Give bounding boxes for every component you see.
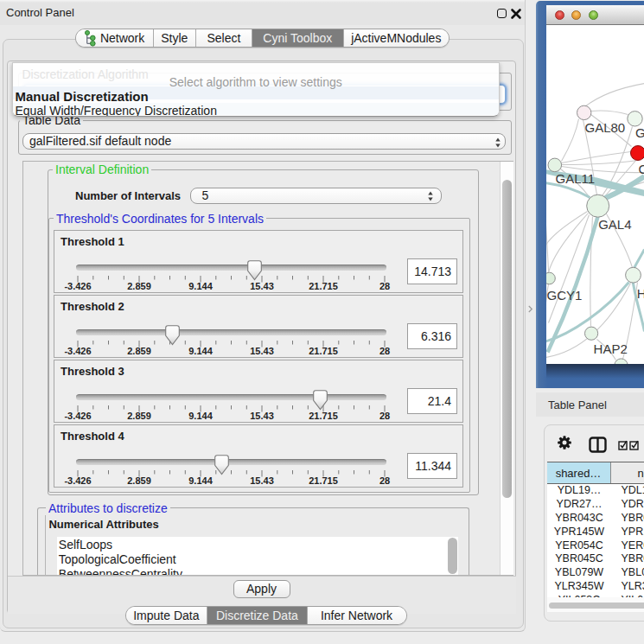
svg-text:GA: GA — [635, 124, 644, 139]
svg-text:HAP2: HAP2 — [593, 341, 627, 355]
svg-text:H: H — [636, 286, 644, 301]
svg-text:GCY1: GCY1 — [546, 287, 582, 302]
svg-text:C: C — [638, 161, 644, 175]
svg-text:GAL80: GAL80 — [584, 119, 625, 134]
svg-text:GAL11: GAL11 — [555, 170, 595, 185]
svg-text:GAL4: GAL4 — [598, 216, 631, 231]
